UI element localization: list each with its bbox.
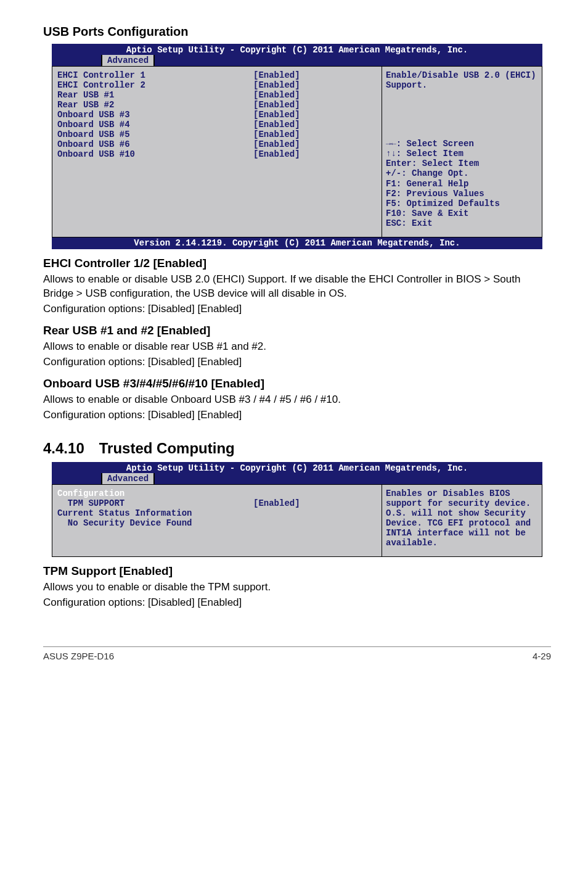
bios-tab-row: Advanced [52,473,542,484]
bios-right-pane: Enables or Disables BIOS support for sec… [382,484,542,557]
page-footer: ASUS Z9PE-D16 4-29 [43,646,551,661]
bios-item-label: Configuration [57,489,253,498]
bios-nav-line: ↑↓: Select Item [386,149,538,159]
bios-right-pane: Enable/Disable USB 2.0 (EHCI) Support. →… [382,66,542,237]
bios-item-label: EHCI Controller 2 [57,80,253,90]
heading-onboard-usb: Onboard USB #3/#4/#5/#6/#10 [Enabled] [43,377,551,390]
footer-page-number: 4-29 [533,651,551,661]
bios-item-value: [Enabled] [253,149,377,159]
bios-item-value [253,508,377,518]
bios-item-label: TPM SUPPORT [57,498,253,508]
bios-item-label: Onboard USB #4 [57,120,253,130]
bios-tab-row: Advanced [52,55,542,66]
bios-header: Aptio Setup Utility - Copyright (C) 2011… [52,462,542,473]
bios-left-pane: Configuration TPM SUPPORT[Enabled] Curre… [52,484,382,557]
bios-item-label: No Security Device Found [57,518,253,528]
bios-item-label: Onboard USB #3 [57,110,253,120]
paragraph: Allows to enable or disable rear USB #1 … [43,340,551,354]
paragraph: Allows to enable or disable USB 2.0 (EHC… [43,273,551,301]
bios-item-value: [Enabled] [253,110,377,120]
paragraph: Allows you to enable or disable the TPM … [43,580,551,595]
bios-item-label: Onboard USB #5 [57,130,253,139]
bios-item-value: [Enabled] [253,498,377,508]
bios-help-text: Enables or Disables BIOS support for sec… [386,489,538,548]
paragraph: Configuration options: [Disabled] [Enabl… [43,302,551,316]
bios-nav-help: →←: Select Screen ↑↓: Select Item Enter:… [386,139,538,228]
bios-tab-advanced: Advanced [101,473,155,484]
bios-item-label: Onboard USB #10 [57,149,253,159]
bios-item-label: Rear USB #2 [57,100,253,110]
bios-screenshot-usb: Aptio Setup Utility - Copyright (C) 2011… [52,44,542,249]
bios-item-label: Current Status Information [57,508,253,518]
paragraph: Configuration options: [Disabled] [Enabl… [43,408,551,423]
bios-item-value: [Enabled] [253,139,377,149]
heading-usb-ports: USB Ports Configuration [43,25,551,39]
bios-nav-line: F5: Optimized Defaults [386,199,538,208]
bios-nav-line: Enter: Select Item [386,159,538,168]
bios-item-value: [Enabled] [253,90,377,100]
bios-nav-line: F1: General Help [386,179,538,189]
bios-item-value: [Enabled] [253,70,377,80]
bios-nav-line: ESC: Exit [386,218,538,228]
heading-ehci: EHCI Controller 1/2 [Enabled] [43,257,551,270]
paragraph: Allows to enable or disable Onboard USB … [43,393,551,407]
section-title: Trusted Computing [99,440,235,456]
bios-nav-line: F2: Previous Values [386,189,538,199]
bios-footer: Version 2.14.1219. Copyright (C) 2011 Am… [52,237,542,249]
bios-item-value [253,518,377,528]
section-number: 4.4.10 [43,440,84,456]
bios-item-label: Rear USB #1 [57,90,253,100]
section-heading-trusted-computing: 4.4.10Trusted Computing [43,440,551,457]
paragraph: Configuration options: [Disabled] [Enabl… [43,355,551,369]
bios-nav-line: +/-: Change Opt. [386,168,538,178]
bios-item-label: Onboard USB #6 [57,139,253,149]
bios-screenshot-tpm: Aptio Setup Utility - Copyright (C) 2011… [52,462,542,557]
heading-tpm-support: TPM Support [Enabled] [43,564,551,578]
paragraph: Configuration options: [Disabled] [Enabl… [43,596,551,610]
bios-item-value: [Enabled] [253,130,377,139]
bios-header: Aptio Setup Utility - Copyright (C) 2011… [52,44,542,55]
footer-model: ASUS Z9PE-D16 [43,651,114,661]
bios-help-text: Enable/Disable USB 2.0 (EHCI) Support. [386,70,538,90]
bios-item-value: [Enabled] [253,80,377,90]
bios-item-value: [Enabled] [253,120,377,130]
bios-item-label: EHCI Controller 1 [57,70,253,80]
bios-item-value: [Enabled] [253,100,377,110]
bios-item-value [253,489,377,498]
bios-nav-line: F10: Save & Exit [386,208,538,218]
bios-left-pane: EHCI Controller 1[Enabled] EHCI Controll… [52,66,382,237]
bios-tab-advanced: Advanced [101,55,155,66]
heading-rear-usb: Rear USB #1 and #2 [Enabled] [43,324,551,337]
bios-nav-line: →←: Select Screen [386,139,538,149]
